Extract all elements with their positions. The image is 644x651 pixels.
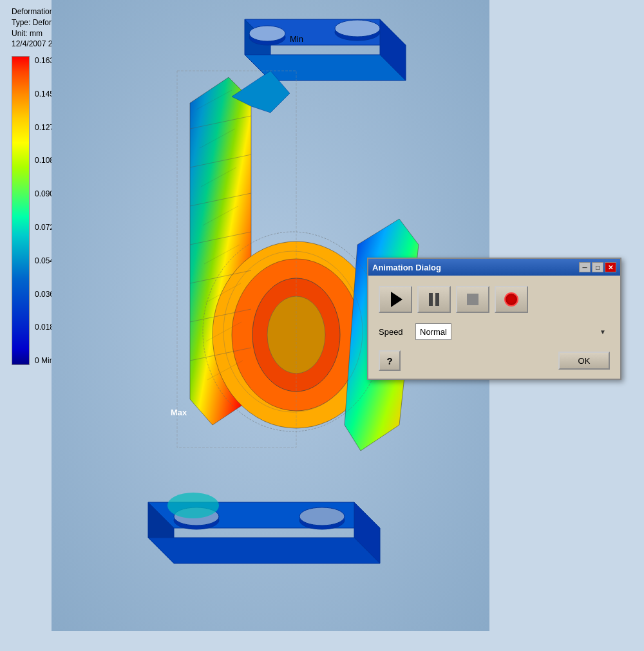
- speed-select[interactable]: Slow Normal Fast: [415, 323, 451, 340]
- svg-marker-34: [148, 538, 380, 563]
- dialog-content: Speed Slow Normal Fast ? OK: [368, 276, 620, 379]
- svg-point-8: [335, 20, 380, 37]
- speed-label: Speed: [379, 327, 408, 337]
- max-label: Max: [171, 408, 187, 417]
- dialog-titlebar: Animation Dialog ─ □ ✕: [368, 259, 620, 276]
- animation-dialog: Animation Dialog ─ □ ✕: [367, 258, 621, 380]
- svg-point-38: [299, 507, 345, 525]
- help-button[interactable]: ?: [379, 350, 401, 371]
- dialog-title: Animation Dialog: [372, 263, 441, 272]
- svg-point-6: [249, 26, 285, 41]
- ok-button[interactable]: OK: [558, 352, 610, 370]
- pause-icon: [429, 293, 439, 306]
- pause-button[interactable]: [417, 286, 451, 313]
- stop-button[interactable]: [456, 286, 489, 313]
- stop-icon: [467, 294, 478, 305]
- minimize-button[interactable]: ─: [579, 262, 591, 272]
- record-button[interactable]: [495, 286, 528, 313]
- speed-row: Speed Slow Normal Fast: [379, 323, 610, 340]
- maximize-button[interactable]: □: [592, 262, 603, 272]
- bottom-row: ? OK: [379, 350, 610, 371]
- dialog-window-controls: ─ □ ✕: [579, 262, 616, 272]
- record-icon: [504, 292, 518, 307]
- play-button[interactable]: [379, 286, 412, 313]
- close-button[interactable]: ✕: [605, 262, 616, 272]
- bottom-plate: [148, 493, 380, 563]
- svg-point-39: [167, 493, 219, 518]
- play-icon: [391, 292, 402, 307]
- color-gradient-bar: [12, 56, 30, 365]
- min-label: Min: [290, 34, 303, 44]
- speed-select-wrapper: Slow Normal Fast: [415, 323, 610, 340]
- transport-controls: [379, 286, 610, 313]
